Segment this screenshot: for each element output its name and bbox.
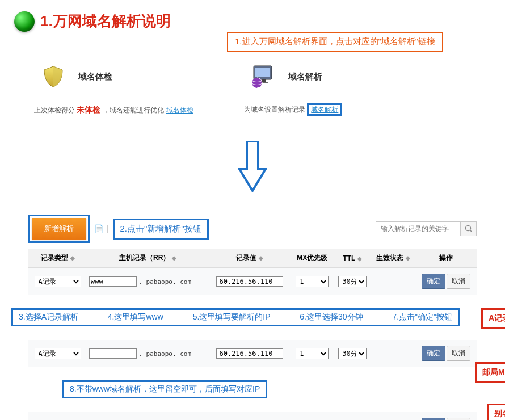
page-title: 1.万网域名解析说明	[40, 11, 171, 31]
search-input[interactable]	[376, 221, 461, 236]
annotation-text: 4.这里填写www	[108, 312, 163, 322]
down-arrow-icon	[0, 141, 505, 192]
confirm-button[interactable]: 确定	[422, 346, 445, 361]
check-status: 未体检	[77, 105, 103, 114]
callout-step-2: 2.点击"新增解析"按钮	[113, 219, 209, 240]
col-type[interactable]: 记录类型◆	[28, 249, 87, 268]
table-row: MX记录 . pabaopo. com530分钟确定取消	[28, 410, 477, 420]
resolve-prefix: 为域名设置解析记录	[244, 106, 305, 114]
monitor-icon	[250, 63, 277, 90]
dns-records-table: 记录类型◆ 主机记录（RR）◆ 记录值◆ MX优先级 TTL◆ 生效状态◆ 操作…	[28, 249, 477, 420]
check-suffix: ，域名还能进行优化	[103, 106, 164, 114]
confirm-button[interactable]: 确定	[422, 274, 445, 289]
domain-suffix: . pabaopo. com	[138, 278, 191, 285]
svg-line-7	[470, 230, 472, 233]
value-input[interactable]	[216, 348, 283, 359]
host-input[interactable]	[89, 276, 137, 287]
ttl-select[interactable]: 30分钟	[338, 348, 367, 359]
side-tag-mx-record: 邮局MX解析	[475, 362, 505, 383]
col-status[interactable]: 生效状态◆	[372, 249, 416, 268]
import-icon[interactable]: 📄 |	[94, 224, 108, 233]
callout-step-1: 1.进入万网域名解析界面，点击对应的"域名解析"链接	[227, 32, 443, 52]
side-tag-a-record: A记录解析	[481, 308, 505, 329]
panel-title-check: 域名体检	[78, 72, 112, 82]
svg-point-6	[465, 226, 470, 231]
col-ttl[interactable]: TTL◆	[334, 249, 371, 268]
priority-select[interactable]: 1	[296, 276, 329, 287]
annotation-row: 3.选择A记录解析4.这里填写www5.这里填写要解析的IP6.这里选择30分钟…	[11, 308, 460, 326]
confirm-button[interactable]: 确定	[422, 418, 445, 420]
priority-select[interactable]: 1	[296, 348, 329, 359]
table-row: A记录 . pabaopo. com130分钟确定取消	[28, 268, 477, 297]
cancel-button[interactable]: 取消	[447, 418, 470, 420]
add-record-button[interactable]: 新增解析	[32, 218, 86, 240]
record-type-select[interactable]: A记录	[35, 348, 81, 359]
ttl-select[interactable]: 30分钟	[338, 276, 367, 287]
svg-rect-1	[255, 68, 270, 77]
panel-domain-resolve: 域名解析 为域名设置解析记录 域名解析	[238, 57, 437, 124]
domain-suffix: . pabaopo. com	[138, 350, 191, 358]
shield-icon	[40, 63, 67, 90]
annotation-text: 6.这里选择30分钟	[300, 312, 363, 322]
link-domain-check[interactable]: 域名体检	[166, 106, 193, 114]
annotation-row: 8.不带www域名解析，这里留空即可，后面填写对应IP	[62, 380, 267, 398]
cancel-button[interactable]: 取消	[447, 346, 470, 361]
status-dot-icon	[14, 11, 35, 32]
check-prefix: 上次体检得分	[34, 106, 75, 114]
record-type-select[interactable]: A记录	[35, 276, 81, 287]
col-value[interactable]: 记录值◆	[209, 249, 291, 268]
col-ops: 操作	[415, 249, 477, 268]
value-input[interactable]	[216, 276, 283, 287]
side-tag-alias: 别名解析	[487, 404, 505, 420]
panel-title-resolve: 域名解析	[288, 72, 322, 82]
col-mx: MX优先级	[291, 249, 334, 268]
col-host[interactable]: 主机记录（RR）◆	[87, 249, 209, 268]
panel-domain-check: 域名体检 上次体检得分 未体检 ，域名还能进行优化 域名体检	[28, 57, 227, 124]
table-row: A记录 . pabaopo. com130分钟确定取消	[28, 338, 477, 368]
annotation-text: 3.选择A记录解析	[19, 312, 78, 322]
cancel-button[interactable]: 取消	[447, 274, 470, 289]
annotation-text: 5.这里填写要解析的IP	[193, 312, 271, 322]
search-button[interactable]	[461, 221, 477, 236]
link-domain-resolve[interactable]: 域名解析	[307, 103, 342, 116]
annotation-text: 7.点击"确定"按钮	[392, 312, 452, 322]
host-input[interactable]	[89, 348, 137, 359]
